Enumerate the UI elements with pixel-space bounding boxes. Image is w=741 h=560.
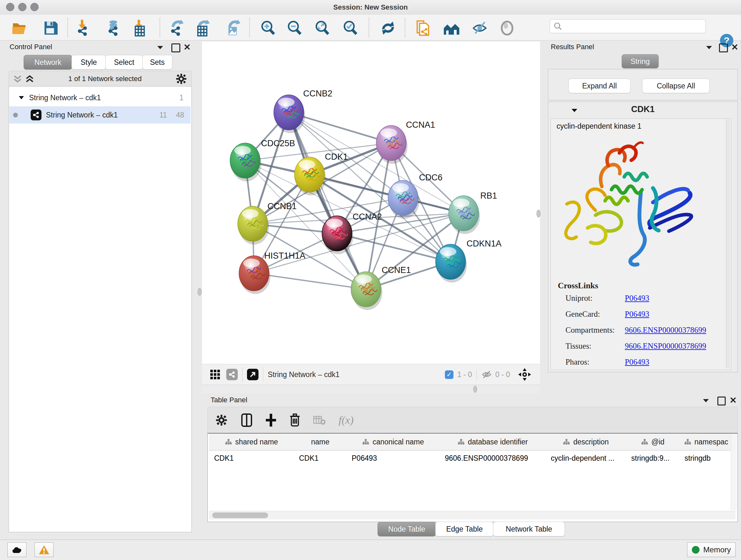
hide-selected-icon[interactable]: [471, 19, 489, 37]
control-panel-undock-icon[interactable]: [172, 44, 180, 52]
zoom-fit-icon[interactable]: [313, 19, 331, 37]
search-input[interactable]: [549, 19, 706, 33]
import-network-icon[interactable]: [74, 19, 91, 37]
network-node-CCNB1[interactable]: CCNB1: [238, 201, 297, 245]
table-cell[interactable]: stringdb:9...: [626, 450, 679, 466]
save-icon[interactable]: [42, 19, 60, 37]
network-edge[interactable]: [254, 273, 366, 289]
column-header-namespac[interactable]: namespac: [679, 434, 733, 450]
zoom-out-icon[interactable]: [286, 19, 304, 37]
crosslink-link[interactable]: P06493: [625, 294, 649, 303]
column-header-id[interactable]: @id: [626, 434, 680, 450]
column-header-name[interactable]: name: [294, 434, 347, 450]
tab-string[interactable]: String: [622, 54, 659, 68]
table-panel-undock-icon[interactable]: [718, 396, 726, 406]
right-splitter-handle[interactable]: [536, 210, 541, 217]
tab-network-table[interactable]: Network Table: [493, 522, 565, 537]
table-splitter-handle[interactable]: [473, 386, 477, 393]
results-panel-undock-icon[interactable]: [719, 44, 728, 52]
column-header-databaseidentifier[interactable]: database identifier: [440, 434, 546, 450]
export-network-icon[interactable]: [167, 19, 185, 37]
zoom-selected-icon[interactable]: [341, 19, 359, 37]
table-toolbar: f(x): [207, 407, 738, 434]
zoom-in-icon[interactable]: [259, 19, 277, 37]
open-folder-icon[interactable]: [11, 19, 29, 37]
birds-eye-grid-icon[interactable]: [210, 369, 220, 380]
results-scrollbar[interactable]: [726, 119, 730, 368]
memory-button[interactable]: Memory: [687, 543, 736, 557]
home-icon[interactable]: [443, 19, 461, 37]
show-columns-icon[interactable]: [241, 413, 253, 427]
export-image-icon[interactable]: [224, 19, 242, 37]
main-toolbar: ?: [0, 15, 741, 41]
table-cell[interactable]: CDK1: [294, 450, 347, 466]
crosslink-link[interactable]: P06493: [625, 358, 649, 367]
tab-style[interactable]: Style: [71, 55, 106, 70]
warning-status-button[interactable]: [35, 543, 54, 557]
network-collection-label: String Network – cdk1: [29, 94, 101, 102]
node-label-CCNA2: CCNA2: [353, 212, 382, 222]
control-panel-float-icon[interactable]: [156, 45, 164, 50]
table-panel-float-icon[interactable]: [702, 398, 710, 403]
crosslink-row: Tissues:9606.ENSP00000378699: [565, 341, 725, 351]
delete-column-icon[interactable]: [289, 413, 300, 427]
import-database-icon[interactable]: [105, 19, 122, 37]
column-header-sharedname[interactable]: shared name: [209, 434, 294, 450]
tab-sets[interactable]: Sets: [142, 55, 172, 70]
refresh-icon[interactable]: [379, 19, 397, 37]
open-in-browser-icon[interactable]: [247, 369, 259, 380]
network-node-RB1[interactable]: RB1: [449, 191, 497, 234]
table-panel-close-icon[interactable]: ✕: [730, 395, 737, 406]
expand-all-networks-icon[interactable]: [25, 74, 34, 84]
network-node-CCNE1[interactable]: CCNE1: [351, 265, 411, 310]
network-options-gear-icon[interactable]: [176, 74, 186, 84]
left-splitter-handle[interactable]: [198, 288, 202, 296]
network-collection-row[interactable]: String Network – cdk1 1: [9, 89, 191, 106]
table-vertical-scrollbar[interactable]: [731, 434, 737, 510]
control-panel-close-icon[interactable]: ✕: [184, 42, 191, 52]
column-header-canonicalname[interactable]: canonical name: [347, 434, 440, 450]
network-view-canvas[interactable]: CCNB2CCNA1CDC25BCDK1CDC6RB1CCNB1CCNA2CDK…: [202, 42, 540, 364]
results-panel-float-icon[interactable]: [705, 45, 713, 50]
cloud-status-button[interactable]: [7, 543, 26, 557]
network-row-selected[interactable]: String Network – cdk1 11 48: [9, 106, 191, 124]
gene-description: cyclin-dependent kinase 1: [556, 122, 642, 131]
network-share-icon[interactable]: [226, 369, 238, 380]
table-scrollbar-thumb[interactable]: [212, 512, 268, 518]
results-panel-close-icon[interactable]: ✕: [731, 42, 738, 52]
table-splitter[interactable]: [202, 385, 540, 393]
table-cell[interactable]: 9606.ENSP00000378699: [440, 450, 546, 466]
selected-items-checkbox[interactable]: ✓: [445, 370, 454, 379]
crosslink-link[interactable]: P06493: [625, 310, 649, 319]
add-column-icon[interactable]: [265, 413, 277, 427]
crosslink-row: Compartments:9606.ENSP00000378699: [565, 326, 725, 334]
tab-network[interactable]: Network: [23, 55, 72, 70]
table-gear-icon[interactable]: [216, 415, 227, 426]
node-label-CDC25B: CDC25B: [261, 138, 295, 148]
tab-node-table[interactable]: Node Table: [378, 522, 436, 537]
table-cell[interactable]: CDK1: [209, 450, 294, 466]
network-graph[interactable]: CCNB2CCNA1CDC25BCDK1CDC6RB1CCNB1CCNA2CDK…: [202, 42, 540, 364]
export-table-icon[interactable]: [193, 19, 211, 37]
network-node-CCNB2[interactable]: CCNB2: [274, 89, 333, 133]
table-cell[interactable]: stringdb: [679, 450, 733, 466]
apply-function-icon: f(x): [339, 414, 354, 426]
collapse-all-button[interactable]: Collapse All: [642, 78, 710, 93]
table-horizontal-scrollbar[interactable]: [209, 511, 736, 519]
network-node-CDC6[interactable]: CDC6: [388, 173, 443, 219]
show-hidden-icon[interactable]: [498, 19, 516, 37]
collapse-all-networks-icon[interactable]: [13, 74, 22, 84]
crosslink-link[interactable]: 9606.ENSP00000378699: [625, 326, 706, 334]
import-table-icon[interactable]: [131, 19, 148, 37]
import-file-network-icon[interactable]: [414, 19, 432, 37]
fit-content-crosshair-icon[interactable]: [518, 368, 531, 381]
tab-select[interactable]: Select: [105, 55, 143, 70]
table-cell[interactable]: P06493: [347, 450, 440, 466]
expand-all-button[interactable]: Expand All: [568, 78, 630, 93]
table-cell[interactable]: cyclin-dependent ...: [546, 450, 626, 466]
tab-edge-table[interactable]: Edge Table: [435, 522, 494, 537]
column-header-description[interactable]: description: [546, 434, 626, 450]
network-node-HIST1H1A[interactable]: HIST1H1A: [239, 251, 306, 294]
crosslink-link[interactable]: 9606.ENSP00000378699: [625, 341, 706, 351]
network-node-CDKN1A[interactable]: CDKN1A: [435, 239, 502, 283]
